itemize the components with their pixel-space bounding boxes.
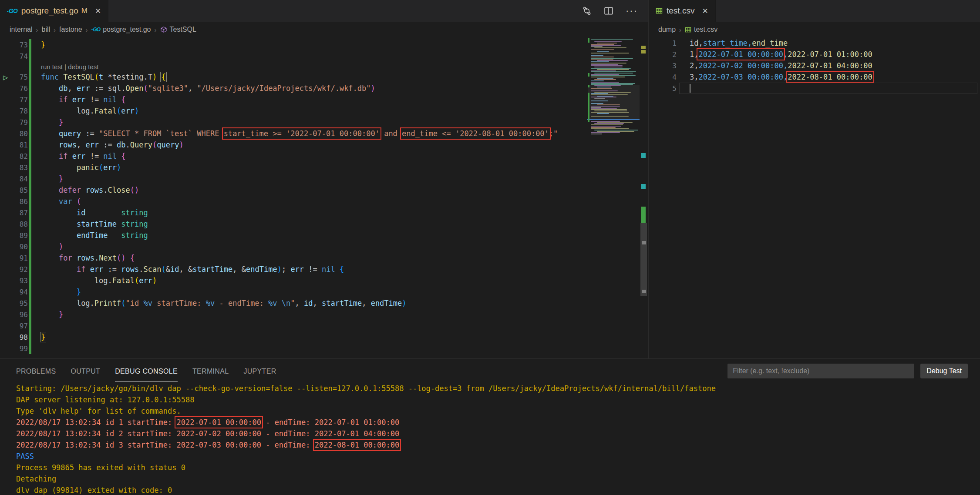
tab-jupyter[interactable]: JUPYTER <box>243 360 276 381</box>
breadcrumb-bill[interactable]: bill <box>41 26 50 33</box>
line-number: 84 <box>0 175 28 183</box>
debug-console-output[interactable]: Starting: /Users/jacky/go/bin/dlv dap --… <box>0 383 980 495</box>
split-editor-icon[interactable] <box>604 6 613 16</box>
csv-editor[interactable]: 1id,start_time,end_time21,2022-07-01 00:… <box>649 37 980 358</box>
minimap[interactable] <box>588 37 640 358</box>
minimap-line <box>591 134 602 134</box>
minimap-line <box>594 92 631 93</box>
code-line[interactable]: 84 } <box>0 173 648 184</box>
code-line[interactable]: 93 log.Fatal(err) <box>0 275 648 286</box>
text-cursor <box>690 84 690 93</box>
vscode-window: GO postgre_test.go M ✕ <box>0 0 980 495</box>
codelens-run-test[interactable]: run test | debug test <box>0 62 648 71</box>
code-line[interactable]: 21,2022-07-01 00:00:00,2022-07-01 01:00:… <box>649 49 980 60</box>
code-line[interactable]: 82 if err != nil { <box>0 151 648 162</box>
minimap-line <box>591 88 612 89</box>
code-line[interactable]: 88 startTime string <box>0 218 648 230</box>
line-number: 96 <box>0 311 28 319</box>
breadcrumb-internal[interactable]: internal <box>10 26 32 33</box>
tab-postgre-test-go[interactable]: GO postgre_test.go M ✕ <box>0 0 108 22</box>
line-number: 88 <box>0 220 28 228</box>
console-line: Type 'dlv help' for list of commands. <box>16 405 980 417</box>
minimap-line <box>594 73 633 74</box>
minimap-line <box>597 113 609 114</box>
close-tab-icon[interactable]: ✕ <box>95 7 101 16</box>
code-line[interactable]: 43,2022-07-03 00:00:00,2022-08-01 00:00:… <box>649 71 980 83</box>
minimap-change-mark <box>588 93 589 122</box>
line-number: 95 <box>0 299 28 308</box>
tab-problems[interactable]: PROBLEMS <box>16 360 56 381</box>
minimap-line <box>591 90 618 91</box>
chevron-right-icon: › <box>155 26 157 33</box>
code-line[interactable]: 75func TestSQL(t *testing.T) { <box>0 71 648 83</box>
tabbar-right: test.csv ✕ <box>649 0 980 22</box>
code-line[interactable]: 77 if err != nil { <box>0 94 648 105</box>
breadcrumb-file[interactable]: test.csv <box>685 26 717 33</box>
tab-terminal[interactable]: TERMINAL <box>192 360 229 381</box>
minimap-line <box>597 96 613 97</box>
tab-test-csv[interactable]: test.csv ✕ <box>649 0 716 22</box>
code-line[interactable]: 80 query := "SELECT * FROM `test` WHERE … <box>0 128 648 139</box>
line-number: 77 <box>0 96 28 104</box>
minimap-change-mark <box>588 73 589 77</box>
breadcrumb-symbol-testsql[interactable]: TestSQL <box>160 26 196 33</box>
breadcrumb-fastone[interactable]: fastone <box>59 26 82 33</box>
breadcrumb-file[interactable]: GO postgre_test.go <box>91 26 151 33</box>
code-line[interactable]: 99 <box>0 343 648 354</box>
open-changes-icon[interactable] <box>582 6 592 16</box>
minimap-line <box>591 100 608 101</box>
code-line[interactable]: 81 rows, err := db.Query(query) <box>0 139 648 151</box>
code-line[interactable]: 94 } <box>0 286 648 298</box>
line-number: 98 <box>0 333 28 341</box>
code-line[interactable]: 89 endTime string <box>0 230 648 241</box>
code-line[interactable]: 74 <box>0 50 648 62</box>
overview-mark <box>641 153 646 158</box>
minimap-line <box>591 46 603 47</box>
line-number: 79 <box>0 118 28 127</box>
code-line[interactable]: 32,2022-07-02 00:00:00,2022-07-01 04:00:… <box>649 60 980 71</box>
code-line[interactable]: 97 <box>0 320 648 331</box>
console-line: PASS <box>16 451 980 462</box>
line-number: 74 <box>0 52 28 60</box>
tab-output[interactable]: OUTPUT <box>71 360 100 381</box>
code-line[interactable]: 76 db, err := sql.Open("sqlite3", "/User… <box>0 83 648 94</box>
minimap-line <box>591 107 601 108</box>
more-actions-icon[interactable]: ··· <box>626 5 638 17</box>
code-line[interactable]: 91 for rows.Next() { <box>0 252 648 264</box>
code-line[interactable]: 87 id string <box>0 207 648 218</box>
code-line[interactable]: 83 panic(err) <box>0 162 648 173</box>
console-line: 2022/08/17 13:02:34 id 3 startTime: 2022… <box>16 439 980 451</box>
debug-test-button[interactable]: Debug Test <box>920 364 968 378</box>
code-line[interactable]: 96 } <box>0 309 648 320</box>
minimap-line <box>591 53 629 54</box>
code-line[interactable]: 85 defer rows.Close() <box>0 184 648 196</box>
console-filter-input[interactable] <box>727 364 914 378</box>
line-number: 81 <box>0 141 28 149</box>
code-line[interactable]: 73} <box>0 39 648 50</box>
code-line[interactable]: 78 log.Fatal(err) <box>0 105 648 117</box>
code-line[interactable]: 79 } <box>0 117 648 128</box>
code-line[interactable]: 1id,start_time,end_time <box>649 37 980 49</box>
code-line[interactable]: 98} <box>0 331 648 343</box>
console-line: Process 99865 has exited with status 0 <box>16 462 980 473</box>
minimap-line <box>591 44 614 45</box>
code-line[interactable]: 95 log.Printf("id %v startTime: %v - end… <box>0 298 648 309</box>
console-line: dlv dap (99814) exited with code: 0 <box>16 485 980 495</box>
minimap-line <box>594 41 622 42</box>
breadcrumb-dump[interactable]: dump <box>658 26 676 33</box>
code-line[interactable]: 5 <box>649 83 980 94</box>
tab-debug-console[interactable]: DEBUG CONSOLE <box>115 360 178 381</box>
code-line[interactable]: 92 if err := rows.Scan(&id, &startTime, … <box>0 264 648 275</box>
code-line[interactable]: 86 var ( <box>0 196 648 207</box>
console-line: Detaching <box>16 473 980 485</box>
minimap-line <box>597 122 633 123</box>
breadcrumb: internal › bill › fastone › GO postgre_t… <box>0 22 648 37</box>
code-line[interactable]: 90 ) <box>0 241 648 252</box>
minimap-line <box>591 94 628 95</box>
vertical-scrollbar[interactable] <box>640 223 647 296</box>
minimap-line <box>594 85 621 86</box>
minimap-line <box>591 57 614 57</box>
code-editor[interactable]: ▷ 73}74run test | debug test75func TestS… <box>0 37 648 358</box>
close-tab-icon[interactable]: ✕ <box>702 7 708 16</box>
minimap-line <box>591 124 623 125</box>
